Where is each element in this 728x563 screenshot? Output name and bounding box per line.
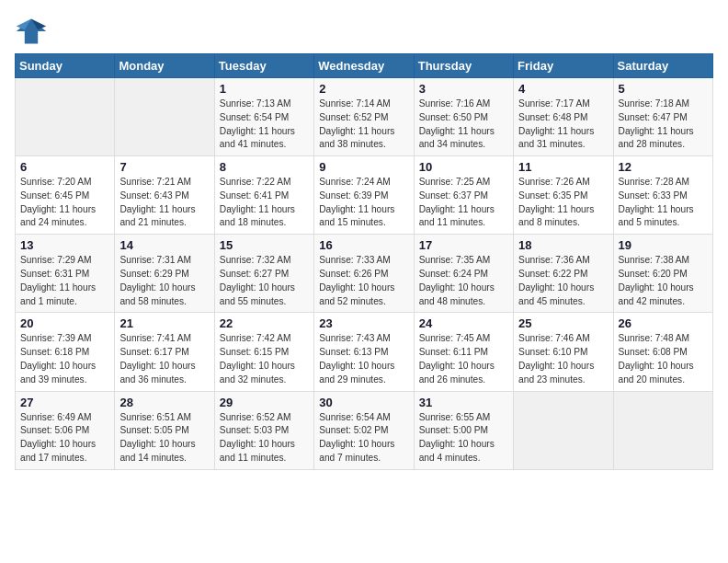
cell-info: Sunrise: 7:18 AM Sunset: 6:47 PM Dayligh…	[619, 98, 708, 152]
calendar-cell: 16Sunrise: 7:33 AM Sunset: 6:26 PM Dayli…	[314, 235, 414, 313]
calendar-cell	[613, 391, 712, 469]
day-number: 23	[319, 316, 408, 330]
calendar-cell: 28Sunrise: 6:51 AM Sunset: 5:05 PM Dayli…	[115, 391, 214, 469]
cell-info: Sunrise: 7:24 AM Sunset: 6:39 PM Dayligh…	[319, 176, 408, 230]
day-number: 12	[619, 160, 708, 174]
calendar-week-row: 6Sunrise: 7:20 AM Sunset: 6:45 PM Daylig…	[16, 156, 713, 235]
calendar-cell: 31Sunrise: 6:55 AM Sunset: 5:00 PM Dayli…	[414, 391, 513, 469]
day-number: 18	[518, 238, 608, 252]
calendar-cell: 3Sunrise: 7:16 AM Sunset: 6:50 PM Daylig…	[414, 78, 513, 156]
cell-info: Sunrise: 7:46 AM Sunset: 6:10 PM Dayligh…	[518, 332, 608, 386]
day-number: 24	[419, 316, 508, 330]
calendar-week-row: 20Sunrise: 7:39 AM Sunset: 6:18 PM Dayli…	[16, 313, 713, 391]
calendar-cell: 25Sunrise: 7:46 AM Sunset: 6:10 PM Dayli…	[514, 313, 613, 391]
cell-info: Sunrise: 7:21 AM Sunset: 6:43 PM Dayligh…	[119, 176, 209, 230]
day-number: 26	[619, 316, 708, 330]
cell-info: Sunrise: 7:32 AM Sunset: 6:27 PM Dayligh…	[220, 254, 309, 308]
cell-info: Sunrise: 7:26 AM Sunset: 6:35 PM Dayligh…	[518, 176, 608, 230]
day-number: 30	[319, 396, 408, 409]
calendar-cell: 22Sunrise: 7:42 AM Sunset: 6:15 PM Dayli…	[214, 313, 313, 391]
cell-info: Sunrise: 6:54 AM Sunset: 5:02 PM Dayligh…	[319, 411, 408, 465]
logo-icon	[15, 15, 48, 48]
day-header-sunday: Sunday	[16, 54, 115, 78]
calendar-cell: 1Sunrise: 7:13 AM Sunset: 6:54 PM Daylig…	[214, 78, 313, 156]
day-number: 17	[419, 238, 508, 252]
calendar-cell: 17Sunrise: 7:35 AM Sunset: 6:24 PM Dayli…	[414, 235, 513, 313]
day-header-friday: Friday	[514, 54, 613, 78]
day-number: 6	[20, 160, 109, 174]
cell-info: Sunrise: 7:16 AM Sunset: 6:50 PM Dayligh…	[419, 98, 508, 152]
day-number: 4	[518, 82, 608, 96]
calendar-cell: 7Sunrise: 7:21 AM Sunset: 6:43 PM Daylig…	[115, 156, 214, 235]
cell-info: Sunrise: 6:51 AM Sunset: 5:05 PM Dayligh…	[119, 411, 209, 465]
day-number: 27	[20, 396, 109, 409]
day-number: 16	[319, 238, 408, 252]
cell-info: Sunrise: 7:22 AM Sunset: 6:41 PM Dayligh…	[220, 176, 309, 230]
day-number: 2	[319, 82, 408, 96]
calendar-cell: 21Sunrise: 7:41 AM Sunset: 6:17 PM Dayli…	[115, 313, 214, 391]
calendar-cell: 4Sunrise: 7:17 AM Sunset: 6:48 PM Daylig…	[514, 78, 613, 156]
cell-info: Sunrise: 7:25 AM Sunset: 6:37 PM Dayligh…	[419, 176, 508, 230]
day-number: 29	[220, 396, 309, 409]
cell-info: Sunrise: 7:48 AM Sunset: 6:08 PM Dayligh…	[619, 332, 708, 386]
calendar-cell: 15Sunrise: 7:32 AM Sunset: 6:27 PM Dayli…	[214, 235, 313, 313]
calendar-cell: 6Sunrise: 7:20 AM Sunset: 6:45 PM Daylig…	[16, 156, 115, 235]
calendar-cell: 12Sunrise: 7:28 AM Sunset: 6:33 PM Dayli…	[613, 156, 712, 235]
day-header-wednesday: Wednesday	[314, 54, 414, 78]
calendar-cell: 5Sunrise: 7:18 AM Sunset: 6:47 PM Daylig…	[613, 78, 712, 156]
cell-info: Sunrise: 7:45 AM Sunset: 6:11 PM Dayligh…	[419, 332, 508, 386]
day-header-monday: Monday	[115, 54, 214, 78]
calendar-cell: 24Sunrise: 7:45 AM Sunset: 6:11 PM Dayli…	[414, 313, 513, 391]
calendar-cell: 11Sunrise: 7:26 AM Sunset: 6:35 PM Dayli…	[514, 156, 613, 235]
day-number: 7	[119, 160, 209, 174]
day-number: 13	[20, 238, 109, 252]
page-header	[15, 15, 713, 48]
day-number: 1	[220, 82, 309, 96]
cell-info: Sunrise: 7:39 AM Sunset: 6:18 PM Dayligh…	[20, 332, 109, 386]
calendar-cell	[16, 78, 115, 156]
day-number: 22	[220, 316, 309, 330]
day-number: 11	[518, 160, 608, 174]
cell-info: Sunrise: 7:13 AM Sunset: 6:54 PM Dayligh…	[220, 98, 309, 152]
calendar-week-row: 13Sunrise: 7:29 AM Sunset: 6:31 PM Dayli…	[16, 235, 713, 313]
cell-info: Sunrise: 6:52 AM Sunset: 5:03 PM Dayligh…	[220, 411, 309, 465]
calendar-cell: 18Sunrise: 7:36 AM Sunset: 6:22 PM Dayli…	[514, 235, 613, 313]
calendar-cell: 2Sunrise: 7:14 AM Sunset: 6:52 PM Daylig…	[314, 78, 414, 156]
calendar-cell: 14Sunrise: 7:31 AM Sunset: 6:29 PM Dayli…	[115, 235, 214, 313]
calendar-cell: 13Sunrise: 7:29 AM Sunset: 6:31 PM Dayli…	[16, 235, 115, 313]
cell-info: Sunrise: 7:14 AM Sunset: 6:52 PM Dayligh…	[319, 98, 408, 152]
calendar-week-row: 1Sunrise: 7:13 AM Sunset: 6:54 PM Daylig…	[16, 78, 713, 156]
calendar-cell: 23Sunrise: 7:43 AM Sunset: 6:13 PM Dayli…	[314, 313, 414, 391]
day-header-tuesday: Tuesday	[214, 54, 313, 78]
day-number: 28	[119, 396, 209, 409]
cell-info: Sunrise: 7:41 AM Sunset: 6:17 PM Dayligh…	[119, 332, 209, 386]
cell-info: Sunrise: 7:42 AM Sunset: 6:15 PM Dayligh…	[220, 332, 309, 386]
calendar-cell	[514, 391, 613, 469]
cell-info: Sunrise: 7:17 AM Sunset: 6:48 PM Dayligh…	[518, 98, 608, 152]
calendar-week-row: 27Sunrise: 6:49 AM Sunset: 5:06 PM Dayli…	[16, 391, 713, 469]
day-number: 31	[419, 396, 508, 409]
day-number: 3	[419, 82, 508, 96]
svg-marker-0	[17, 19, 46, 44]
cell-info: Sunrise: 7:38 AM Sunset: 6:20 PM Dayligh…	[619, 254, 708, 308]
day-number: 8	[220, 160, 309, 174]
day-header-thursday: Thursday	[414, 54, 513, 78]
calendar-cell: 30Sunrise: 6:54 AM Sunset: 5:02 PM Dayli…	[314, 391, 414, 469]
calendar-header-row: SundayMondayTuesdayWednesdayThursdayFrid…	[16, 54, 713, 78]
cell-info: Sunrise: 6:55 AM Sunset: 5:00 PM Dayligh…	[419, 411, 508, 465]
logo	[15, 15, 51, 48]
day-number: 19	[619, 238, 708, 252]
cell-info: Sunrise: 7:28 AM Sunset: 6:33 PM Dayligh…	[619, 176, 708, 230]
calendar-cell: 27Sunrise: 6:49 AM Sunset: 5:06 PM Dayli…	[16, 391, 115, 469]
day-number: 14	[119, 238, 209, 252]
day-number: 10	[419, 160, 508, 174]
day-number: 21	[119, 316, 209, 330]
calendar-cell: 9Sunrise: 7:24 AM Sunset: 6:39 PM Daylig…	[314, 156, 414, 235]
day-header-saturday: Saturday	[613, 54, 712, 78]
calendar-cell: 8Sunrise: 7:22 AM Sunset: 6:41 PM Daylig…	[214, 156, 313, 235]
calendar-cell: 20Sunrise: 7:39 AM Sunset: 6:18 PM Dayli…	[16, 313, 115, 391]
day-number: 15	[220, 238, 309, 252]
calendar-cell: 26Sunrise: 7:48 AM Sunset: 6:08 PM Dayli…	[613, 313, 712, 391]
cell-info: Sunrise: 6:49 AM Sunset: 5:06 PM Dayligh…	[20, 411, 109, 465]
calendar-cell: 10Sunrise: 7:25 AM Sunset: 6:37 PM Dayli…	[414, 156, 513, 235]
